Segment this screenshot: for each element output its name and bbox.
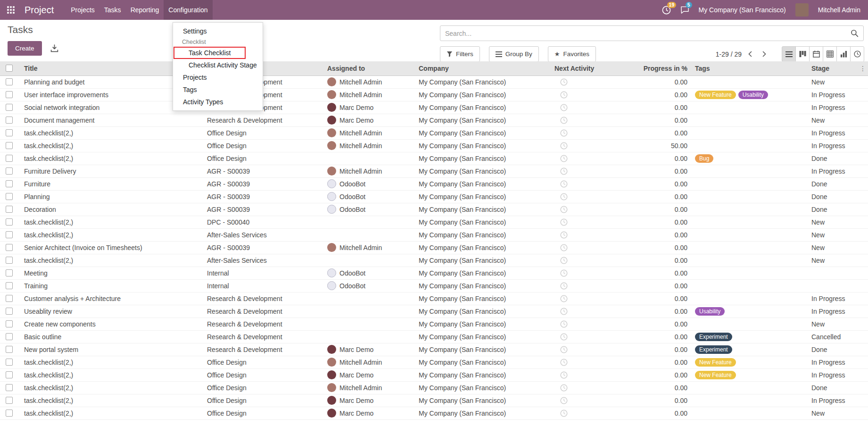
cell-next-activity[interactable] (552, 114, 621, 126)
cell-assignee[interactable]: OdooBot (324, 177, 416, 190)
cell-next-activity[interactable] (552, 279, 621, 292)
cell-project[interactable]: Office Design (204, 407, 324, 419)
topbar-menu-configuration[interactable]: Configuration (164, 0, 212, 20)
topbar-menu-reporting[interactable]: Reporting (126, 0, 164, 20)
cell-assignee[interactable]: Mitchell Admin (324, 126, 416, 139)
cell-assignee[interactable]: Marc Demo (324, 114, 416, 126)
cell-title[interactable]: Basic outline (21, 330, 204, 343)
cell-project[interactable]: Research & Development (204, 292, 324, 305)
cell-company[interactable]: My Company (San Francisco) (416, 101, 552, 114)
next-activity-clock-icon[interactable] (560, 346, 568, 353)
task-row[interactable]: Senior Architect (Invoice on Timesheets)… (0, 241, 868, 254)
cell-company[interactable]: My Company (San Francisco) (416, 407, 552, 419)
next-activity-clock-icon[interactable] (560, 371, 568, 379)
next-activity-clock-icon[interactable] (560, 333, 568, 341)
cell-next-activity[interactable] (552, 165, 621, 177)
cell-company[interactable]: My Company (San Francisco) (416, 305, 552, 318)
next-activity-clock-icon[interactable] (560, 155, 568, 162)
cell-next-activity[interactable] (552, 177, 621, 190)
cell-project[interactable]: Internal (204, 267, 324, 279)
cell-title[interactable]: Training (21, 279, 204, 292)
row-checkbox[interactable] (6, 320, 13, 327)
cell-next-activity[interactable] (552, 407, 621, 419)
row-checkbox[interactable] (6, 78, 13, 85)
cell-title[interactable]: task.checklist(2,) (21, 139, 204, 152)
task-row[interactable]: Furniture DeliveryAGR - S00039Mitchell A… (0, 165, 868, 177)
column-header-progress-in[interactable]: Progress in % (621, 61, 692, 75)
cell-title[interactable]: task.checklist(2,) (21, 254, 204, 267)
cell-next-activity[interactable] (552, 330, 621, 343)
cell-company[interactable]: My Company (San Francisco) (416, 177, 552, 190)
row-checkbox[interactable] (6, 117, 13, 124)
cell-company[interactable]: My Company (San Francisco) (416, 203, 552, 216)
activities-button[interactable]: 19 (662, 6, 671, 15)
cell-company[interactable]: My Company (San Francisco) (416, 368, 552, 381)
next-activity-clock-icon[interactable] (560, 244, 568, 251)
cell-project[interactable]: Internal (204, 279, 324, 292)
cell-assignee[interactable] (324, 318, 416, 330)
cell-project[interactable]: Office Design (204, 126, 324, 139)
cell-next-activity[interactable] (552, 126, 621, 139)
row-checkbox[interactable] (6, 257, 13, 264)
next-activity-clock-icon[interactable] (560, 359, 568, 366)
cell-project[interactable]: Office Design (204, 356, 324, 368)
task-row[interactable]: task.checklist(2,)Office DesignMarc Demo… (0, 368, 868, 381)
menu-item-checklist-activity-stage[interactable]: Checklist Activity Stage (173, 59, 263, 71)
cell-title[interactable]: Furniture (21, 177, 204, 190)
view-calendar-button[interactable] (809, 46, 823, 62)
task-row[interactable]: TrainingInternalOdooBotMy Company (San F… (0, 279, 868, 292)
cell-assignee[interactable] (324, 292, 416, 305)
cell-next-activity[interactable] (552, 101, 621, 114)
cell-company[interactable]: My Company (San Francisco) (416, 394, 552, 407)
task-row[interactable]: MeetingInternalOdooBotMy Company (San Fr… (0, 267, 868, 279)
messages-button[interactable]: 5 (680, 6, 689, 14)
cell-project[interactable]: Research & Development (204, 305, 324, 318)
view-pivot-button[interactable] (823, 46, 837, 62)
topbar-menu-projects[interactable]: Projects (66, 0, 99, 20)
pager-next-button[interactable] (759, 49, 770, 59)
task-row[interactable]: User interface improvementsResearch & De… (0, 88, 868, 101)
cell-next-activity[interactable] (552, 292, 621, 305)
cell-next-activity[interactable] (552, 75, 621, 88)
row-checkbox[interactable] (6, 359, 13, 366)
cell-project[interactable]: Office Design (204, 139, 324, 152)
row-checkbox[interactable] (6, 193, 13, 200)
cell-assignee[interactable]: Mitchell Admin (324, 139, 416, 152)
row-checkbox[interactable] (6, 206, 13, 213)
cell-project[interactable]: Research & Development (204, 114, 324, 126)
row-checkbox[interactable] (6, 104, 13, 111)
row-checkbox[interactable] (6, 218, 13, 226)
cell-next-activity[interactable] (552, 267, 621, 279)
cell-assignee[interactable]: OdooBot (324, 203, 416, 216)
cell-project[interactable]: AGR - S00039 (204, 203, 324, 216)
task-row[interactable]: task.checklist(2,)Office DesignMitchell … (0, 139, 868, 152)
cell-project[interactable]: AGR - S00039 (204, 165, 324, 177)
next-activity-clock-icon[interactable] (560, 206, 568, 213)
next-activity-clock-icon[interactable] (560, 295, 568, 302)
cell-assignee[interactable]: Mitchell Admin (324, 381, 416, 394)
cell-assignee[interactable]: Marc Demo (324, 407, 416, 419)
cell-assignee[interactable]: Mitchell Admin (324, 88, 416, 101)
row-checkbox[interactable] (6, 397, 13, 404)
cell-next-activity[interactable] (552, 254, 621, 267)
cell-next-activity[interactable] (552, 228, 621, 241)
row-checkbox[interactable] (6, 142, 13, 149)
row-checkbox[interactable] (6, 167, 13, 175)
next-activity-clock-icon[interactable] (560, 180, 568, 188)
cell-title[interactable]: task.checklist(2,) (21, 407, 204, 419)
next-activity-clock-icon[interactable] (560, 104, 568, 111)
column-header-company[interactable]: Company (416, 61, 552, 75)
cell-title[interactable]: Useablity review (21, 305, 204, 318)
row-checkbox[interactable] (6, 91, 13, 98)
cell-next-activity[interactable] (552, 394, 621, 407)
cell-company[interactable]: My Company (San Francisco) (416, 254, 552, 267)
search-icon[interactable] (851, 29, 859, 37)
task-row[interactable]: task.checklist(2,)Office DesignMarc Demo… (0, 407, 868, 419)
create-button[interactable]: Create (8, 41, 42, 56)
cell-title[interactable]: task.checklist(2,) (21, 381, 204, 394)
task-row[interactable]: DecorationAGR - S00039OdooBotMy Company … (0, 203, 868, 216)
row-checkbox[interactable] (6, 155, 13, 162)
cell-assignee[interactable]: Mitchell Admin (324, 75, 416, 88)
cell-assignee[interactable]: OdooBot (324, 279, 416, 292)
cell-assignee[interactable] (324, 152, 416, 165)
